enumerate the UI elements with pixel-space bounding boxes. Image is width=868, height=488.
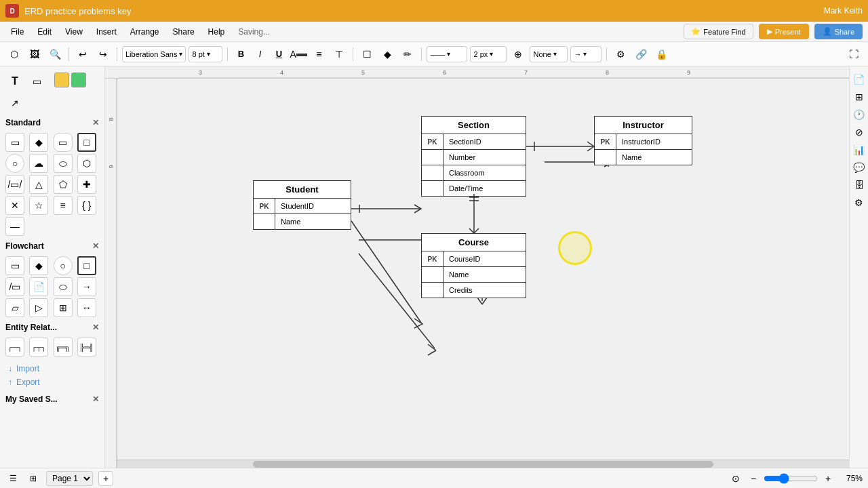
student-entity[interactable]: Student PK StudentID Name	[253, 180, 351, 230]
export-button[interactable]: ↑ Export	[5, 375, 99, 389]
text-position-button[interactable]: ⊤	[330, 45, 348, 63]
shape-ellipse[interactable]: ○	[5, 154, 24, 173]
link-button[interactable]: 🔗	[632, 45, 650, 63]
fc-arrow[interactable]: →	[77, 277, 96, 296]
shape-hexagon[interactable]: ⬡	[77, 154, 96, 173]
line-color-button[interactable]: ✏	[399, 45, 416, 63]
shape-x[interactable]: ✕	[5, 196, 24, 215]
menu-insert[interactable]: Insert	[91, 24, 122, 39]
menu-help[interactable]: Help	[203, 24, 231, 39]
line-weight-select[interactable]: 2 px ▾	[470, 46, 507, 62]
shape-rounded[interactable]: ▭	[54, 133, 73, 152]
shape-bracket[interactable]: { }	[77, 196, 96, 215]
canvas-area[interactable]: 3 4 5 6 7 8 9 8 9	[105, 66, 849, 468]
layers-panel-btn[interactable]: ⊘	[852, 125, 867, 140]
fc-rounded[interactable]: ○	[54, 256, 73, 275]
green-swatch[interactable]	[71, 73, 86, 87]
flowchart-section-header[interactable]: Flowchart ✕	[0, 239, 104, 253]
font-family-select[interactable]: Liberation Sans ▾	[122, 46, 186, 62]
entity-rel-section-header[interactable]: Entity Relat... ✕	[0, 320, 104, 335]
arrow-tool[interactable]: ↗	[5, 94, 24, 113]
align-button[interactable]: ≡	[310, 45, 328, 63]
font-color-button[interactable]: A	[290, 45, 307, 63]
shape-diamond[interactable]: ◆	[29, 133, 48, 152]
saved-shapes-close[interactable]: ✕	[92, 394, 99, 404]
shape-parallelogram[interactable]: /▭/	[5, 175, 24, 194]
diagram[interactable]: Section PK SectionID Number Classroom Da…	[117, 79, 849, 468]
underline-button[interactable]: U	[271, 46, 287, 62]
connection-style-select[interactable]: None ▾	[530, 46, 568, 62]
zoom-out-button[interactable]: −	[746, 471, 761, 486]
fc-parallelogram[interactable]: /▭	[5, 277, 24, 296]
shape-rect[interactable]: ▭	[5, 133, 24, 152]
fc-drum[interactable]: ⬭	[54, 277, 73, 296]
arrow-style-select[interactable]: → ▾	[570, 46, 601, 62]
grid-view-btn[interactable]: ⊞	[26, 471, 41, 486]
standard-close[interactable]: ✕	[92, 118, 99, 127]
fill-color-button[interactable]: ◆	[378, 45, 396, 63]
shape-rect2[interactable]: □	[77, 133, 96, 152]
fc-ref[interactable]: ↔	[77, 298, 96, 317]
extra-options-button[interactable]: ⚙	[612, 45, 629, 63]
fc-delay[interactable]: ▷	[29, 298, 48, 317]
instructor-entity[interactable]: Instructor PK InstructorID Name	[594, 116, 692, 165]
undo-button[interactable]: ↩	[74, 45, 92, 63]
fc-lines[interactable]: ⊞	[54, 298, 73, 317]
shape-style-button[interactable]: ☐	[358, 45, 376, 63]
fc-doc[interactable]: 📄	[29, 277, 48, 296]
shape-lines[interactable]: ≡	[54, 196, 73, 215]
redo-button[interactable]: ↪	[94, 45, 112, 63]
saved-shapes-header[interactable]: My Saved S... ✕	[0, 392, 104, 407]
menu-view[interactable]: View	[60, 24, 88, 39]
add-page-button[interactable]: +	[98, 471, 113, 486]
font-size-select[interactable]: 8 pt ▾	[189, 46, 222, 62]
shape-line[interactable]: —	[5, 217, 24, 236]
feature-find-button[interactable]: ⭐ Feature Find	[684, 24, 753, 39]
fc-rect[interactable]: ▭	[5, 256, 24, 275]
fit-page-button[interactable]: ⊙	[728, 471, 743, 486]
rect-tool[interactable]: ▭	[27, 72, 46, 91]
zoom-slider[interactable]	[764, 473, 818, 484]
shape-pentagon[interactable]: ⬠	[54, 175, 73, 194]
zoom-in-button[interactable]: +	[821, 471, 835, 486]
section-entity[interactable]: Section PK SectionID Number Classroom Da…	[421, 116, 526, 197]
comment-panel-btn[interactable]: 💬	[852, 160, 867, 175]
menu-file[interactable]: File	[5, 24, 29, 39]
clock-panel-btn[interactable]: 🕐	[852, 107, 867, 122]
erd-shape-4[interactable]: ╠═╣	[77, 338, 96, 357]
fc-rect2[interactable]: □	[77, 256, 96, 275]
italic-button[interactable]: I	[252, 46, 268, 62]
import-button[interactable]: ↓ Import	[5, 362, 99, 375]
fullscreen-button[interactable]: ⛶	[845, 45, 863, 63]
format-panel-btn[interactable]: ⊞	[852, 89, 867, 104]
data-panel-btn[interactable]: 📊	[852, 142, 867, 157]
share-button[interactable]: 👤 Share	[814, 24, 863, 39]
erd-shape-1[interactable]: ┌─┐	[5, 338, 24, 357]
image-button[interactable]: 🖼	[26, 45, 43, 63]
shape-cloud[interactable]: ☁	[29, 154, 48, 173]
erd-shape-2[interactable]: ┌┬┐	[29, 338, 48, 357]
flowchart-close[interactable]: ✕	[92, 241, 99, 251]
shape-triangle[interactable]: △	[29, 175, 48, 194]
yellow-swatch[interactable]	[54, 73, 69, 87]
text-tool[interactable]: T	[5, 72, 24, 91]
menu-share[interactable]: Share	[167, 24, 200, 39]
line-style-select[interactable]: —— ▾	[427, 46, 467, 62]
page-selector[interactable]: Page 1	[46, 471, 93, 486]
shape-cross[interactable]: ✚	[77, 175, 96, 194]
database-panel-btn[interactable]: 🗄	[852, 178, 867, 192]
lock-button[interactable]: 🔒	[652, 45, 670, 63]
connection-point-button[interactable]: ⊕	[509, 45, 527, 63]
present-button[interactable]: ▶ Present	[759, 24, 809, 39]
entity-rel-close[interactable]: ✕	[92, 323, 99, 332]
shape-star[interactable]: ☆	[29, 196, 48, 215]
hscrollbar-thumb[interactable]	[253, 461, 713, 468]
fc-manual[interactable]: ▱	[5, 298, 24, 317]
fc-diamond[interactable]: ◆	[29, 256, 48, 275]
horizontal-scrollbar[interactable]	[117, 460, 849, 468]
shape-cylinder[interactable]: ⬭	[54, 154, 73, 173]
page-panel-btn[interactable]: 📄	[852, 72, 867, 87]
standard-section-header[interactable]: Standard ✕	[0, 115, 104, 130]
course-entity[interactable]: Course PK CourseID Name Credits	[421, 233, 526, 298]
settings-panel-btn[interactable]: ⚙	[852, 195, 867, 210]
